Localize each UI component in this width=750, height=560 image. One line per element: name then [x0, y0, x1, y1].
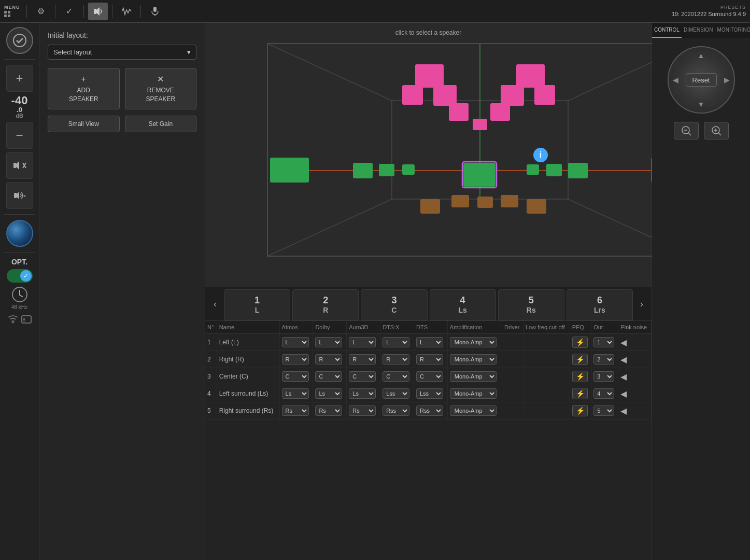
out-select[interactable]: 4 — [593, 388, 614, 399]
peq-button[interactable]: ⚡ — [572, 405, 588, 416]
set-gain-button[interactable]: Set Gain — [125, 116, 197, 132]
reset-button[interactable]: Reset — [686, 73, 717, 87]
channel-tab-6[interactable]: 6 Lrs — [567, 289, 633, 320]
atmos-select[interactable]: R — [282, 354, 309, 365]
logo-button[interactable] — [6, 27, 33, 54]
speaker-pink-tr3[interactable] — [490, 103, 510, 121]
globe-icon[interactable] — [6, 220, 33, 247]
tab-prev-arrow[interactable]: ‹ — [207, 288, 223, 319]
small-view-button[interactable]: Small View — [48, 116, 120, 132]
add-button[interactable]: + — [6, 65, 33, 92]
pink-noise-button[interactable]: ◀ — [620, 355, 627, 365]
speaker-right-mid2[interactable] — [546, 164, 562, 176]
auro3d-select[interactable]: R — [349, 354, 376, 365]
speaker-right-mid1[interactable] — [568, 163, 588, 178]
channel-tab-2[interactable]: 2 R — [292, 289, 359, 320]
speaker-pink-tl2[interactable] — [433, 85, 457, 106]
remove-speaker-button[interactable]: ✕ REMOVE SPEAKER — [125, 68, 197, 109]
speaker-pink-tl1[interactable] — [415, 64, 444, 88]
speaker-brown-5[interactable] — [527, 199, 546, 214]
speaker-left-mid1[interactable] — [353, 163, 373, 178]
dolby-select[interactable]: R — [315, 354, 342, 365]
speaker-left-mid3[interactable] — [402, 164, 415, 175]
settings-button[interactable]: ⚙ — [31, 3, 51, 20]
opt-toggle[interactable]: ✓ — [7, 269, 33, 283]
out-select[interactable]: 1 — [593, 337, 614, 347]
speaker-right-far[interactable] — [651, 158, 652, 183]
amp-select[interactable]: Mono-Amp — [450, 405, 497, 416]
auro3d-select[interactable]: L — [349, 337, 376, 347]
tab-control[interactable]: CONTROL — [652, 23, 682, 38]
speaker-pink-tr4[interactable] — [534, 85, 555, 105]
dolby-select[interactable]: L — [315, 337, 342, 347]
layout-dropdown[interactable]: Select layout ▾ — [48, 45, 196, 60]
check-button[interactable]: ✓ — [60, 3, 79, 20]
speaker-pink-tl3[interactable] — [449, 103, 469, 121]
pink-noise-button[interactable]: ◀ — [620, 338, 627, 347]
peq-button[interactable]: ⚡ — [572, 354, 588, 365]
add-speaker-button[interactable]: + ADD SPEAKER — [48, 68, 120, 109]
amp-select[interactable]: Mono-Amp — [450, 354, 497, 365]
auro3d-select[interactable]: Ls — [349, 388, 376, 399]
speaker-brown-4[interactable] — [501, 195, 518, 207]
minus-button[interactable]: − — [6, 122, 33, 149]
dts-select[interactable]: L — [416, 337, 443, 347]
channel-tab-4[interactable]: 4 Ls — [430, 289, 496, 320]
speaker-down-button[interactable] — [6, 182, 33, 209]
dtsx-select[interactable]: Rss — [383, 405, 409, 416]
peq-button[interactable]: ⚡ — [572, 371, 588, 382]
speaker-center[interactable] — [463, 163, 496, 187]
pink-noise-button[interactable]: ◀ — [620, 406, 627, 416]
dts-select[interactable]: R — [416, 354, 443, 365]
pink-noise-button[interactable]: ◀ — [620, 372, 627, 382]
speaker-left-mid2[interactable] — [379, 164, 394, 176]
channel-tab-1[interactable]: 1 L — [224, 289, 290, 320]
mute-button[interactable] — [6, 152, 33, 179]
tab-next-arrow[interactable]: › — [634, 288, 649, 319]
speaker-right-mid3[interactable] — [527, 164, 539, 175]
info-badge[interactable]: i — [533, 148, 548, 162]
amp-select[interactable]: Mono-Amp — [450, 388, 497, 399]
speaker-pink-tr1[interactable] — [516, 64, 545, 88]
pink-noise-button[interactable]: ◀ — [620, 389, 627, 399]
mic-button[interactable] — [145, 3, 165, 20]
channel-tab-5[interactable]: 5 Rs — [498, 289, 564, 320]
speaker-pink-center[interactable] — [473, 119, 487, 130]
dts-select[interactable]: C — [416, 371, 443, 382]
clock-button[interactable]: 48 kHz — [11, 286, 29, 310]
joystick[interactable]: ▲ ▼ ◀ ▶ Reset — [668, 46, 735, 114]
atmos-select[interactable]: Rs — [282, 405, 309, 416]
waveform-button[interactable] — [117, 3, 136, 20]
speaker-brown-1[interactable] — [420, 199, 440, 214]
channel-tab-3[interactable]: 3 C — [361, 289, 427, 320]
dtsx-select[interactable]: C — [383, 371, 409, 382]
zoom-out-button[interactable] — [674, 122, 699, 139]
auro3d-select[interactable]: C — [349, 371, 376, 382]
speaker-button[interactable] — [88, 3, 108, 20]
zoom-in-button[interactable] — [704, 122, 729, 139]
speaker-left-far[interactable] — [270, 158, 309, 183]
amp-select[interactable]: Mono-Amp — [450, 371, 497, 382]
out-select[interactable]: 3 — [593, 371, 614, 382]
speaker-brown-3[interactable] — [477, 197, 493, 208]
dtsx-select[interactable]: Lss — [383, 388, 409, 399]
dolby-select[interactable]: Ls — [315, 388, 342, 399]
dolby-select[interactable]: Rs — [315, 405, 342, 416]
dtsx-select[interactable]: R — [383, 354, 409, 365]
dts-select[interactable]: Rss — [416, 405, 443, 416]
atmos-select[interactable]: C — [282, 371, 309, 382]
out-select[interactable]: 5 — [593, 405, 614, 416]
speaker-pink-tr2[interactable] — [501, 85, 524, 106]
peq-button[interactable]: ⚡ — [572, 388, 588, 399]
tab-monitoring[interactable]: MONITORING — [715, 23, 750, 38]
peq-button[interactable]: ⚡ — [572, 337, 588, 348]
out-select[interactable]: 2 — [593, 354, 614, 365]
dts-select[interactable]: Lss — [416, 388, 443, 399]
dolby-select[interactable]: C — [315, 371, 342, 382]
atmos-select[interactable]: L — [282, 337, 309, 347]
tab-dimension[interactable]: DIMENSION — [682, 23, 715, 38]
amp-select[interactable]: Mono-Amp — [450, 337, 497, 347]
atmos-select[interactable]: Ls — [282, 388, 309, 399]
speaker-brown-2[interactable] — [451, 195, 469, 207]
auro3d-select[interactable]: Rs — [349, 405, 376, 416]
